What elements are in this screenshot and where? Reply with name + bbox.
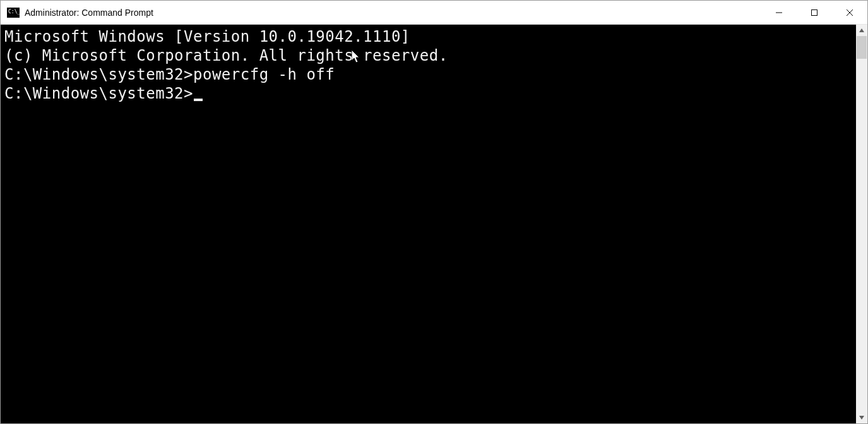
window-title: Administrator: Command Prompt: [25, 8, 153, 18]
copyright-line: (c) Microsoft Corporation. All rights re…: [4, 46, 856, 65]
text-cursor: [194, 99, 203, 101]
svg-marker-4: [859, 28, 864, 32]
command-line-1: C:\Windows\system32>powercfg -h off: [4, 65, 856, 84]
svg-rect-1: [812, 9, 817, 15]
close-button[interactable]: [832, 1, 867, 24]
maximize-button[interactable]: [797, 1, 832, 24]
window-controls: [761, 1, 867, 24]
svg-marker-5: [859, 416, 864, 420]
chevron-down-icon: [859, 415, 864, 420]
terminal-container: Microsoft Windows [Version 10.0.19042.11…: [1, 25, 867, 423]
version-line: Microsoft Windows [Version 10.0.19042.11…: [4, 27, 856, 46]
cmd-icon: [7, 8, 20, 18]
scroll-down-button[interactable]: [856, 412, 867, 423]
command-1: powercfg -h off: [193, 66, 335, 83]
close-icon: [846, 9, 853, 16]
terminal-output[interactable]: Microsoft Windows [Version 10.0.19042.11…: [1, 25, 856, 423]
window-titlebar[interactable]: Administrator: Command Prompt: [1, 1, 867, 25]
prompt-1: C:\Windows\system32>: [4, 66, 193, 83]
scroll-thumb[interactable]: [857, 36, 867, 59]
prompt-2: C:\Windows\system32>: [4, 85, 193, 102]
maximize-icon: [811, 9, 818, 16]
scroll-track[interactable]: [856, 36, 867, 412]
minimize-icon: [775, 9, 783, 16]
scroll-up-button[interactable]: [856, 25, 867, 36]
current-prompt-line: C:\Windows\system32>: [4, 84, 856, 103]
minimize-button[interactable]: [761, 1, 797, 24]
chevron-up-icon: [859, 28, 864, 33]
vertical-scrollbar[interactable]: [856, 25, 867, 423]
